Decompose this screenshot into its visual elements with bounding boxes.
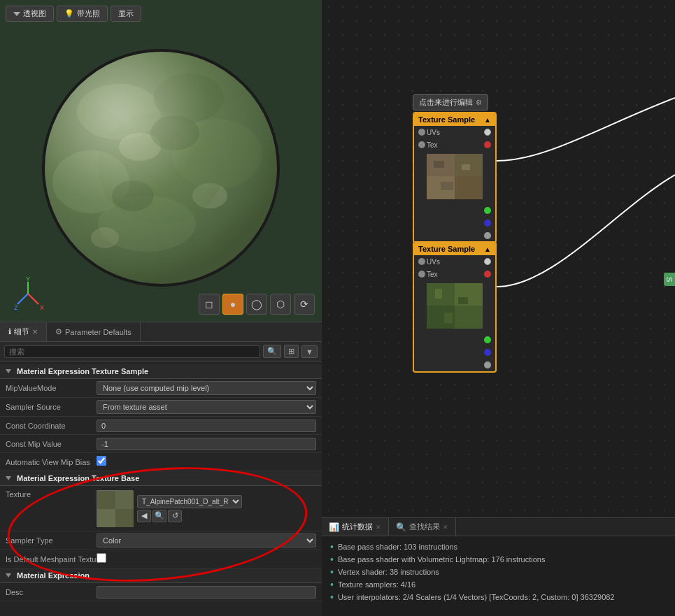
stats-close[interactable]: ✕ [376, 524, 381, 531]
svg-line-18 [17, 294, 28, 304]
dot-alpha-upper [484, 232, 491, 239]
tab-find[interactable]: 🔍 查找结果 ✕ [389, 518, 456, 536]
texture-controls: T_AlpinePatch001_D_alt_R ◀ 🔍 ↺ [137, 495, 316, 522]
node-header-lower: Texture Sample ▲ [414, 243, 495, 255]
vp-icon-btn-4[interactable]: ⬡ [270, 294, 291, 315]
bullet-4: • [330, 592, 334, 602]
side-button[interactable]: S [664, 273, 675, 286]
perspective-button[interactable]: 透视图 [6, 6, 54, 22]
texture-search-button[interactable]: 🔍 [152, 510, 166, 522]
vp-icon-btn-2[interactable]: ● [222, 294, 243, 315]
lighting-icon: 💡 [64, 9, 74, 18]
auto-view-checkbox[interactable] [97, 456, 106, 466]
section-title-2: Material Expression Texture Base [17, 474, 139, 482]
svg-rect-36 [455, 306, 483, 329]
stats-icon: 📊 [329, 522, 339, 532]
search-input[interactable] [4, 345, 260, 358]
svg-rect-43 [97, 509, 115, 527]
dot-green-upper [484, 207, 491, 214]
node-output-row-lower [414, 334, 495, 346]
dropdown-icon [13, 12, 20, 16]
collapse-icon-1 [6, 369, 11, 373]
collapse-icon-2 [6, 476, 11, 480]
find-label: 查找结果 [409, 522, 440, 532]
auto-view-value [97, 456, 316, 468]
prop-mip-value-mode: MipValueMode None (use computed mip leve… [0, 379, 322, 398]
dot-alpha-lower [484, 361, 491, 368]
stats-text-0: Base pass shader: 103 instructions [338, 543, 457, 551]
dot-green-lower [484, 336, 491, 343]
edit-tooltip-text: 点击来进行编辑 [419, 97, 473, 108]
meshpaint-value [97, 553, 316, 565]
section-texture-sample[interactable]: Material Expression Texture Sample [0, 364, 322, 379]
prop-texture: Texture [0, 486, 322, 531]
search-button[interactable]: 🔍 [263, 345, 281, 358]
const-mip-input[interactable] [97, 438, 316, 450]
lighting-label: 带光照 [77, 8, 100, 19]
detail-icon: ℹ [8, 327, 11, 336]
vp-icon-btn-1[interactable]: ◻ [199, 294, 220, 315]
svg-rect-42 [115, 491, 134, 509]
section-title-3: Material Expression [17, 571, 90, 580]
svg-rect-44 [115, 509, 134, 527]
mip-select[interactable]: None (use computed mip level) MipLevel M… [97, 381, 316, 395]
detail-close[interactable]: ✕ [32, 328, 38, 336]
node-input-uvs-lower: UVs [414, 255, 495, 268]
detail-label: 细节 [14, 327, 29, 337]
filter-button[interactable]: ▼ [301, 345, 318, 358]
tab-params[interactable]: ⚙ Parameter Defaults [47, 322, 141, 341]
dot-tex-lower [418, 271, 425, 278]
texture-sample-node-lower: Texture Sample ▲ UVs Tex [413, 241, 497, 373]
node-title-upper: Texture Sample [418, 115, 475, 124]
sphere-preview [0, 21, 322, 315]
dot-out-tex-lower [484, 271, 491, 278]
show-button[interactable]: 显示 [111, 6, 141, 22]
meshpaint-label: Is Default Meshpaint Textu [6, 555, 97, 564]
stats-item-3: • Texture samplers: 4/16 [330, 578, 667, 591]
dot-out-uvs-lower [484, 258, 491, 265]
svg-rect-39 [444, 313, 453, 323]
params-label: Parameter Defaults [65, 328, 132, 336]
find-close[interactable]: ✕ [443, 524, 448, 531]
node-output-row3-upper [414, 229, 495, 242]
sampler-source-label: Sampler Source [6, 403, 97, 411]
grid-view-button[interactable]: ⊞ [284, 345, 299, 358]
stats-label: 统计数据 [342, 522, 373, 532]
meshpaint-checkbox[interactable] [97, 553, 106, 563]
texture-back-button[interactable]: ◀ [137, 510, 151, 522]
const-coord-label: Const Coordinate [6, 422, 97, 430]
lighting-button[interactable]: 💡 带光照 [57, 6, 108, 22]
prop-const-mip: Const Mip Value [0, 435, 322, 453]
section-material-expression[interactable]: Material Expression [0, 568, 322, 583]
desc-input[interactable] [97, 586, 316, 599]
dot-blue-upper [484, 220, 491, 227]
vp-icon-btn-5[interactable]: ⟳ [294, 294, 315, 315]
section-texture-base[interactable]: Material Expression Texture Base [0, 471, 322, 486]
texture-asset-select[interactable]: T_AlpinePatch001_D_alt_R [137, 495, 242, 508]
stats-text-3: Texture samplers: 4/16 [338, 580, 415, 589]
texture-reset-button[interactable]: ↺ [168, 510, 182, 522]
texture-label: Texture [6, 490, 97, 499]
search-bar: 🔍 ⊞ ▼ [0, 342, 322, 361]
const-mip-value [97, 438, 316, 450]
node-expand-lower[interactable]: ▲ [484, 245, 491, 253]
sampler-type-value: Color Grayscale Normal LinearColor [97, 533, 316, 547]
svg-rect-38 [458, 297, 468, 304]
vp-icon-btn-3[interactable]: ◯ [246, 294, 267, 315]
const-coord-input[interactable] [97, 420, 316, 432]
sampler-type-select[interactable]: Color Grayscale Normal LinearColor [97, 533, 316, 547]
stats-item-2: • Vertex shader: 38 instructions [330, 566, 667, 578]
sampler-source-select[interactable]: From texture asset Shared: Wrap Shared: … [97, 400, 316, 414]
prop-sampler-type: Sampler Type Color Grayscale Normal Line… [0, 531, 322, 550]
tab-detail[interactable]: ℹ 细节 ✕ [0, 322, 47, 341]
texture-row: T_AlpinePatch001_D_alt_R ◀ 🔍 ↺ [97, 490, 316, 527]
stats-item-4: • User interpolators: 2/4 Scalers (1/4 V… [330, 591, 667, 603]
prop-const-coord: Const Coordinate [0, 417, 322, 435]
node-input-tex-upper: Tex [414, 138, 495, 151]
svg-rect-29 [434, 161, 444, 168]
tab-stats[interactable]: 📊 统计数据 ✕ [322, 518, 389, 536]
find-icon: 🔍 [396, 522, 406, 532]
svg-rect-30 [462, 164, 470, 170]
node-expand-upper[interactable]: ▲ [484, 116, 491, 124]
texture-sample-node-upper: Texture Sample ▲ UVs Tex [413, 112, 497, 243]
